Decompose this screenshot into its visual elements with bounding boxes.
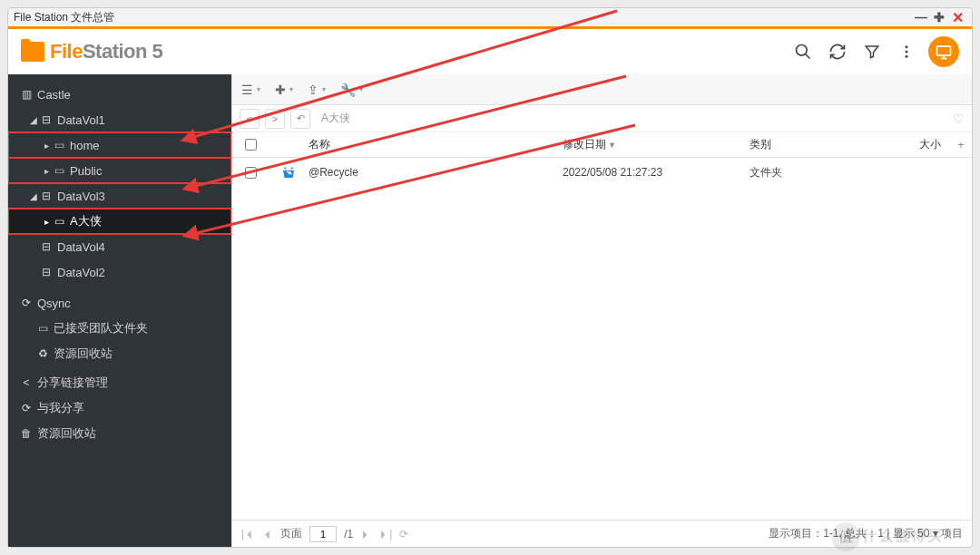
tree-node-home[interactable]: ▸▭home [8, 132, 231, 158]
file-name: @Recycle [309, 166, 563, 179]
breadcrumb-path: A大侠 [321, 111, 350, 126]
column-type[interactable]: 类别 [750, 137, 895, 152]
search-icon[interactable] [790, 39, 816, 64]
page-input[interactable] [309, 526, 337, 542]
folder-icon [21, 42, 44, 62]
forward-button[interactable]: > [265, 109, 285, 129]
statusbar: |⏴ ⏴ 页面 /1 ⏵ ⏵| ⟳ 显示项目：1-1, 总共：1 | 显示 50… [232, 520, 972, 547]
disk-icon: ⊟ [39, 240, 54, 253]
refresh-icon[interactable] [825, 39, 850, 64]
app-header: FileStation 5 [8, 29, 972, 74]
svg-line-1 [806, 54, 810, 59]
select-all-checkbox[interactable] [245, 139, 257, 151]
column-name[interactable]: 名称 [309, 137, 563, 152]
file-row[interactable]: @Recycle 2022/05/08 21:27:23 文件夹 [232, 158, 972, 187]
table-header: 名称 修改日期▼ 类别 大小 + [232, 132, 972, 158]
more-icon[interactable] [894, 39, 919, 64]
remote-icon[interactable] [928, 36, 959, 67]
svg-point-4 [906, 55, 908, 58]
favorite-icon[interactable]: ♡ [953, 112, 965, 126]
tree-node-adaxia[interactable]: ▸▭A大侠 [8, 209, 231, 234]
trash-icon: 🗑 [19, 427, 34, 440]
svg-point-2 [906, 45, 908, 48]
folder-icon: ▭ [52, 139, 66, 151]
filter-icon[interactable] [859, 39, 885, 64]
expand-icon[interactable]: ▸ [41, 217, 52, 227]
table-body: @Recycle 2022/05/08 21:27:23 文件夹 [232, 158, 972, 520]
sidebar: ▥Castle ◢⊟DataVol1 ▸▭home ▸▭Public ◢⊟Dat… [8, 74, 231, 547]
tree-node-datavol1[interactable]: ◢⊟DataVol1 [8, 107, 231, 132]
up-button[interactable]: ↶ [290, 109, 310, 129]
back-button[interactable]: < [240, 109, 260, 129]
tree-node-qsync[interactable]: ⟳Qsync [8, 290, 231, 316]
main-panel: ☰▾ ✚▾ ⇪▾ 🔧▾ < > ↶ A大侠 ♡ 名称 修改日期▼ 类别 大小 [231, 74, 972, 547]
file-type: 文件夹 [750, 165, 895, 180]
server-icon: ▥ [19, 88, 34, 101]
display-status: 显示项目：1-1, 总共：1 | 显示 50 ▾ 项目 [769, 526, 963, 541]
collapse-icon[interactable]: ◢ [28, 115, 39, 125]
tree-node-public[interactable]: ▸▭Public [8, 158, 231, 183]
last-page-button[interactable]: ⏵| [378, 528, 392, 540]
column-date[interactable]: 修改日期▼ [563, 137, 750, 152]
add-column-button[interactable]: + [950, 139, 972, 151]
share-icon: < [19, 376, 34, 389]
window-title: File Station 文件总管 [14, 10, 114, 25]
tree-node-recycle-bin[interactable]: 🗑资源回收站 [8, 421, 231, 446]
recycle-icon: ♻ [35, 347, 50, 360]
first-page-button[interactable]: |⏴ [241, 528, 255, 540]
disk-icon: ⊟ [39, 190, 54, 202]
new-folder-button[interactable]: ✚▾ [275, 83, 293, 97]
tree-node-datavol4[interactable]: ⊟DataVol4 [8, 234, 231, 259]
folder-icon: ▭ [52, 164, 66, 177]
toolbar: ☰▾ ✚▾ ⇪▾ 🔧▾ [232, 74, 972, 105]
maximize-button[interactable]: ✚ [930, 10, 948, 24]
tree-node-datavol3[interactable]: ◢⊟DataVol3 [8, 183, 231, 209]
sync-icon: ⟳ [19, 402, 34, 414]
breadcrumb-bar: < > ↶ A大侠 ♡ [232, 105, 972, 132]
expand-icon[interactable]: ▸ [41, 141, 52, 151]
tools-button[interactable]: 🔧▾ [340, 83, 363, 97]
tree-node-datavol2[interactable]: ⊟DataVol2 [8, 259, 231, 285]
reload-button[interactable]: ⟳ [399, 528, 408, 540]
app-title: FileStation 5 [50, 40, 162, 63]
minimize-button[interactable]: — [912, 10, 930, 24]
tree-node-castle[interactable]: ▥Castle [8, 82, 231, 107]
tree-node-team-folder[interactable]: ▭已接受团队文件夹 [8, 316, 231, 341]
folder-icon: ▭ [52, 215, 66, 228]
titlebar: File Station 文件总管 — ✚ ✕ [8, 8, 972, 26]
row-checkbox[interactable] [245, 167, 257, 179]
tree-node-qsync-recycle[interactable]: ♻资源回收站 [8, 341, 231, 366]
recycle-icon [269, 164, 309, 180]
file-date: 2022/05/08 21:27:23 [563, 166, 750, 179]
sync-icon: ⟳ [19, 297, 34, 309]
collapse-icon[interactable]: ◢ [28, 191, 39, 201]
view-mode-button[interactable]: ☰▾ [241, 83, 260, 97]
prev-page-button[interactable]: ⏴ [262, 528, 273, 540]
folder-icon: ▭ [35, 322, 50, 335]
page-total: /1 [344, 528, 353, 540]
disk-icon: ⊟ [39, 266, 54, 278]
app-logo: FileStation 5 [21, 40, 162, 63]
tree-node-shared-with-me[interactable]: ⟳与我分享 [8, 395, 231, 421]
disk-icon: ⊟ [39, 113, 54, 126]
upload-button[interactable]: ⇪▾ [308, 83, 326, 97]
expand-icon[interactable]: ▸ [41, 166, 52, 176]
svg-point-0 [797, 45, 808, 56]
svg-point-3 [906, 51, 908, 54]
column-size[interactable]: 大小 [895, 137, 950, 152]
tree-node-share-mgmt[interactable]: <分享链接管理 [8, 370, 231, 395]
next-page-button[interactable]: ⏵ [360, 528, 371, 540]
page-label: 页面 [280, 526, 302, 541]
close-button[interactable]: ✕ [948, 9, 966, 26]
sort-desc-icon: ▼ [608, 141, 616, 150]
svg-rect-5 [937, 46, 951, 55]
